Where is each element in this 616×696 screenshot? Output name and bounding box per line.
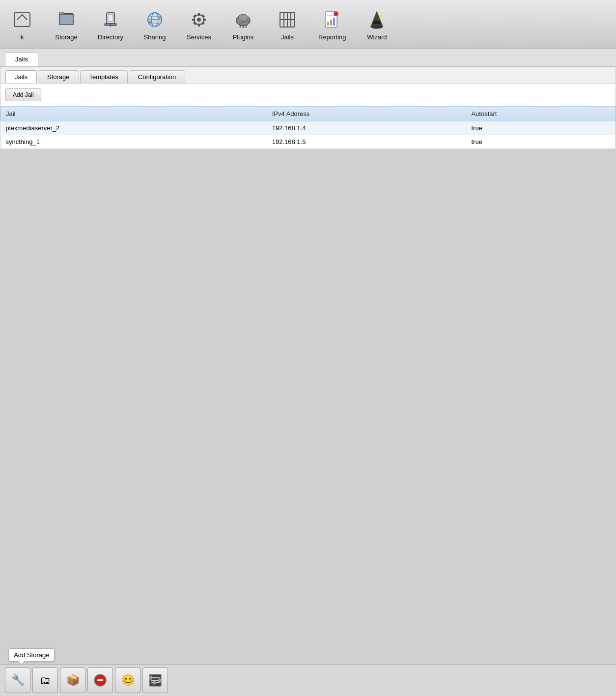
storage-icon	[55, 8, 78, 31]
toolbar-item-back[interactable]: k	[0, 5, 44, 44]
sharing-label: Sharing	[144, 33, 166, 41]
jails-label: Jails	[281, 33, 294, 41]
toolbar-item-plugins[interactable]: Plugins	[221, 5, 265, 44]
svg-rect-21	[192, 19, 195, 21]
svg-rect-20	[198, 24, 200, 27]
back-icon	[10, 8, 34, 31]
bottom-toolbar: Add Storage 🔧 🗂 📦 😊	[0, 664, 616, 696]
bottom-btn-smiley[interactable]: 😊	[115, 667, 140, 693]
svg-point-46	[371, 25, 383, 29]
svg-rect-41	[327, 22, 329, 26]
cell-autostart: true	[466, 135, 616, 149]
directory-label: Directory	[98, 33, 123, 41]
svg-point-44	[334, 11, 338, 16]
plugins-icon	[231, 8, 255, 31]
plugins-label: Plugins	[233, 33, 254, 41]
cell-jail: syncthing_1	[1, 135, 267, 149]
table-row[interactable]: syncthing_1192.168.1.5true	[1, 135, 616, 149]
svg-point-30	[238, 14, 248, 21]
cell-autostart: true	[466, 121, 616, 135]
bottom-btn-package[interactable]: 📦	[60, 667, 85, 693]
services-icon	[187, 8, 211, 31]
svg-point-48	[379, 14, 382, 17]
bottom-btn-stop[interactable]	[87, 667, 113, 693]
inner-tab-bar: Jails Storage Templates Configuration	[0, 67, 616, 84]
action-bar: Add Jail	[0, 84, 616, 106]
table-row[interactable]: plexmediaserver_2192.168.1.4true	[1, 121, 616, 135]
add-jail-button[interactable]: Add Jail	[5, 88, 41, 101]
svg-rect-7	[108, 14, 113, 21]
svg-rect-55	[150, 676, 152, 679]
svg-rect-52	[151, 677, 160, 678]
svg-rect-25	[193, 22, 196, 25]
bottom-btn-settings[interactable]	[142, 667, 168, 693]
svg-rect-50	[97, 679, 103, 681]
add-storage-tooltip-container: Add Storage 🔧	[5, 667, 30, 693]
col-jail: Jail	[1, 107, 267, 121]
toolbar-item-services[interactable]: Services	[177, 5, 221, 44]
col-autostart: Autostart	[466, 107, 616, 121]
wizard-label: Wizard	[367, 33, 387, 41]
jails-table: Jail IPv4 Address Autostart plexmediaser…	[0, 106, 616, 149]
toolbar-item-sharing[interactable]: Sharing	[133, 5, 177, 44]
toolbar-item-reporting[interactable]: Reporting	[309, 5, 355, 44]
svg-rect-56	[159, 679, 161, 682]
svg-rect-53	[151, 680, 160, 681]
svg-rect-57	[153, 681, 155, 684]
bottom-btn-wrench[interactable]: 🔧	[5, 667, 30, 693]
svg-rect-43	[333, 18, 335, 26]
svg-rect-19	[198, 13, 200, 16]
directory-icon	[99, 8, 122, 31]
reporting-icon	[320, 8, 344, 31]
content-area: Jails Jails Storage Templates Configurat…	[0, 49, 616, 189]
wizard-icon	[365, 8, 389, 31]
main-toolbar: k Storage	[0, 0, 616, 49]
toolbar-item-wizard[interactable]: Wizard	[355, 5, 399, 44]
svg-rect-22	[203, 19, 206, 21]
bottom-btn-storage[interactable]: 🗂	[32, 667, 58, 693]
col-ipv4: IPv4 Address	[267, 107, 466, 121]
outer-tab-jails[interactable]: Jails	[5, 52, 38, 66]
jails-icon	[276, 8, 299, 31]
add-storage-tooltip: Add Storage	[8, 648, 55, 662]
svg-rect-42	[330, 20, 332, 26]
jails-panel: Jails Storage Templates Configuration Ad…	[0, 67, 616, 149]
tab-templates[interactable]: Templates	[80, 70, 128, 83]
cell-jail: plexmediaserver_2	[1, 121, 267, 135]
table-header-row: Jail IPv4 Address Autostart	[1, 107, 616, 121]
storage-label: Storage	[55, 33, 78, 41]
toolbar-item-jails[interactable]: Jails	[265, 5, 309, 44]
toolbar-item-directory[interactable]: Directory	[88, 5, 133, 44]
reporting-label: Reporting	[318, 33, 346, 41]
tab-configuration[interactable]: Configuration	[129, 70, 185, 83]
back-label: k	[21, 33, 24, 41]
services-label: Services	[187, 33, 211, 41]
svg-rect-24	[201, 14, 205, 18]
svg-rect-23	[193, 14, 196, 18]
outer-tab-bar: Jails	[0, 49, 616, 67]
sharing-icon	[143, 8, 167, 31]
cell-ipv4: 192.168.1.4	[267, 121, 466, 135]
cell-ipv4: 192.168.1.5	[267, 135, 466, 149]
tab-storage[interactable]: Storage	[38, 70, 79, 83]
toolbar-item-storage[interactable]: Storage	[44, 5, 88, 44]
svg-point-18	[197, 18, 201, 22]
svg-rect-26	[201, 22, 205, 25]
tab-jails[interactable]: Jails	[5, 70, 37, 83]
